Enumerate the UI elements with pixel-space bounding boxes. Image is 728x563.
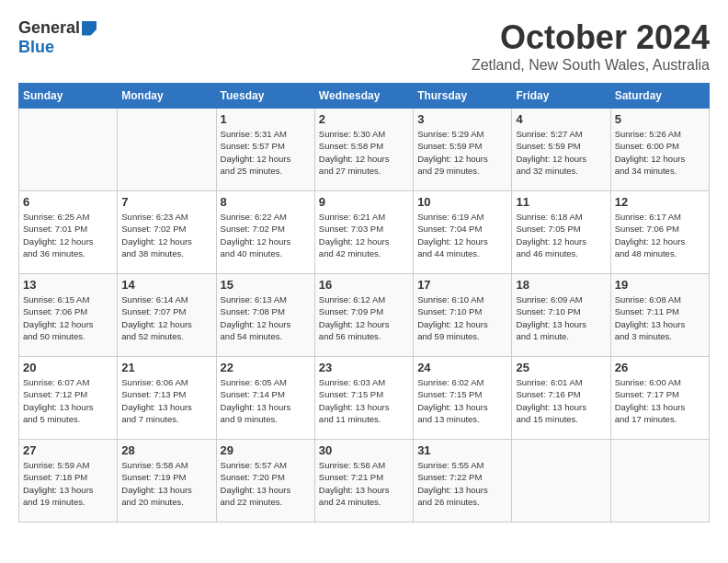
- calendar-cell: 3Sunrise: 5:29 AM Sunset: 5:59 PM Daylig…: [414, 109, 512, 191]
- day-number: 31: [417, 443, 507, 457]
- calendar-cell: 19Sunrise: 6:08 AM Sunset: 7:11 PM Dayli…: [610, 274, 709, 357]
- day-info: Sunrise: 6:09 AM Sunset: 7:10 PM Dayligh…: [516, 294, 586, 341]
- day-info: Sunrise: 6:15 AM Sunset: 7:06 PM Dayligh…: [23, 294, 94, 341]
- day-number: 22: [221, 361, 311, 374]
- header: General Blue October 2024 Zetland, New S…: [18, 18, 710, 74]
- day-number: 8: [221, 195, 311, 209]
- day-info: Sunrise: 5:56 AM Sunset: 7:21 PM Dayligh…: [319, 460, 390, 507]
- day-number: 18: [516, 278, 606, 292]
- day-info: Sunrise: 6:23 AM Sunset: 7:02 PM Dayligh…: [121, 212, 192, 259]
- calendar-cell: 22Sunrise: 6:05 AM Sunset: 7:14 PM Dayli…: [216, 357, 314, 440]
- calendar-cell: 27Sunrise: 5:59 AM Sunset: 7:18 PM Dayli…: [19, 440, 118, 523]
- day-info: Sunrise: 6:17 AM Sunset: 7:06 PM Dayligh…: [615, 212, 686, 259]
- day-number: 14: [121, 278, 211, 292]
- day-number: 15: [221, 278, 311, 292]
- day-number: 2: [319, 112, 409, 126]
- title-section: October 2024 Zetland, New South Wales, A…: [472, 18, 710, 74]
- day-info: Sunrise: 5:55 AM Sunset: 7:22 PM Dayligh…: [417, 460, 488, 507]
- day-number: 5: [615, 112, 705, 126]
- day-info: Sunrise: 5:58 AM Sunset: 7:19 PM Dayligh…: [121, 460, 192, 507]
- calendar-cell: [610, 440, 709, 523]
- day-info: Sunrise: 5:29 AM Sunset: 5:59 PM Dayligh…: [417, 129, 488, 176]
- day-number: 21: [121, 361, 211, 374]
- calendar-cell: 16Sunrise: 6:12 AM Sunset: 7:09 PM Dayli…: [314, 274, 413, 357]
- header-day-sunday: Sunday: [19, 84, 118, 109]
- day-info: Sunrise: 6:01 AM Sunset: 7:16 PM Dayligh…: [516, 377, 586, 424]
- calendar-cell: 5Sunrise: 5:26 AM Sunset: 6:00 PM Daylig…: [610, 109, 709, 191]
- day-number: 25: [516, 361, 606, 374]
- calendar-cell: 23Sunrise: 6:03 AM Sunset: 7:15 PM Dayli…: [314, 357, 413, 440]
- logo-blue-text: Blue: [18, 38, 54, 57]
- calendar-cell: 1Sunrise: 5:31 AM Sunset: 5:57 PM Daylig…: [216, 109, 314, 191]
- calendar-cell: [118, 109, 216, 191]
- header-day-tuesday: Tuesday: [216, 84, 314, 109]
- day-number: 10: [417, 195, 507, 209]
- day-number: 1: [221, 112, 311, 126]
- day-number: 6: [23, 195, 113, 209]
- day-info: Sunrise: 5:59 AM Sunset: 7:18 PM Dayligh…: [23, 460, 94, 507]
- calendar-cell: 29Sunrise: 5:57 AM Sunset: 7:20 PM Dayli…: [216, 440, 314, 523]
- calendar-cell: 21Sunrise: 6:06 AM Sunset: 7:13 PM Dayli…: [118, 357, 216, 440]
- calendar-cell: 30Sunrise: 5:56 AM Sunset: 7:21 PM Dayli…: [314, 440, 413, 523]
- calendar-cell: 14Sunrise: 6:14 AM Sunset: 7:07 PM Dayli…: [118, 274, 216, 357]
- day-number: 23: [319, 361, 409, 374]
- calendar-cell: 12Sunrise: 6:17 AM Sunset: 7:06 PM Dayli…: [610, 191, 709, 274]
- calendar-table: SundayMondayTuesdayWednesdayThursdayFrid…: [18, 83, 710, 523]
- calendar-cell: 26Sunrise: 6:00 AM Sunset: 7:17 PM Dayli…: [610, 357, 709, 440]
- day-info: Sunrise: 6:06 AM Sunset: 7:13 PM Dayligh…: [121, 377, 192, 424]
- week-row-3: 13Sunrise: 6:15 AM Sunset: 7:06 PM Dayli…: [19, 274, 710, 357]
- calendar-cell: [19, 109, 118, 191]
- calendar-cell: 28Sunrise: 5:58 AM Sunset: 7:19 PM Dayli…: [118, 440, 216, 523]
- calendar-cell: [512, 440, 610, 523]
- day-number: 12: [615, 195, 705, 209]
- header-day-wednesday: Wednesday: [314, 84, 413, 109]
- day-info: Sunrise: 5:31 AM Sunset: 5:57 PM Dayligh…: [221, 129, 291, 176]
- day-info: Sunrise: 6:08 AM Sunset: 7:11 PM Dayligh…: [615, 294, 686, 341]
- day-number: 13: [23, 278, 113, 292]
- day-info: Sunrise: 5:30 AM Sunset: 5:58 PM Dayligh…: [319, 129, 390, 176]
- day-info: Sunrise: 6:00 AM Sunset: 7:17 PM Dayligh…: [615, 377, 686, 424]
- day-number: 28: [121, 443, 211, 457]
- calendar-cell: 24Sunrise: 6:02 AM Sunset: 7:15 PM Dayli…: [414, 357, 512, 440]
- header-row: SundayMondayTuesdayWednesdayThursdayFrid…: [19, 84, 710, 109]
- week-row-2: 6Sunrise: 6:25 AM Sunset: 7:01 PM Daylig…: [19, 191, 710, 274]
- day-info: Sunrise: 6:03 AM Sunset: 7:15 PM Dayligh…: [319, 377, 390, 424]
- day-number: 7: [121, 195, 211, 209]
- header-day-thursday: Thursday: [414, 84, 512, 109]
- location-title: Zetland, New South Wales, Australia: [472, 57, 710, 74]
- day-number: 27: [23, 443, 113, 457]
- header-day-friday: Friday: [512, 84, 610, 109]
- calendar-cell: 8Sunrise: 6:22 AM Sunset: 7:02 PM Daylig…: [216, 191, 314, 274]
- month-title: October 2024: [472, 18, 710, 57]
- calendar-cell: 13Sunrise: 6:15 AM Sunset: 7:06 PM Dayli…: [19, 274, 118, 357]
- week-row-1: 1Sunrise: 5:31 AM Sunset: 5:57 PM Daylig…: [19, 109, 710, 191]
- day-info: Sunrise: 6:21 AM Sunset: 7:03 PM Dayligh…: [319, 212, 390, 259]
- calendar-cell: 20Sunrise: 6:07 AM Sunset: 7:12 PM Dayli…: [19, 357, 118, 440]
- calendar-cell: 4Sunrise: 5:27 AM Sunset: 5:59 PM Daylig…: [512, 109, 610, 191]
- day-number: 9: [319, 195, 409, 209]
- logo: General Blue: [18, 18, 97, 57]
- day-info: Sunrise: 6:22 AM Sunset: 7:02 PM Dayligh…: [221, 212, 291, 259]
- logo-general-text: General: [18, 18, 80, 38]
- day-info: Sunrise: 5:27 AM Sunset: 5:59 PM Dayligh…: [516, 129, 586, 176]
- day-info: Sunrise: 6:25 AM Sunset: 7:01 PM Dayligh…: [23, 212, 94, 259]
- day-info: Sunrise: 6:07 AM Sunset: 7:12 PM Dayligh…: [23, 377, 94, 424]
- header-day-saturday: Saturday: [610, 84, 709, 109]
- day-number: 30: [319, 443, 409, 457]
- calendar-cell: 6Sunrise: 6:25 AM Sunset: 7:01 PM Daylig…: [19, 191, 118, 274]
- day-info: Sunrise: 6:05 AM Sunset: 7:14 PM Dayligh…: [221, 377, 291, 424]
- day-number: 24: [417, 361, 507, 374]
- logo-icon: [82, 21, 97, 36]
- day-info: Sunrise: 6:13 AM Sunset: 7:08 PM Dayligh…: [221, 294, 291, 341]
- day-number: 29: [221, 443, 311, 457]
- day-number: 20: [23, 361, 113, 374]
- day-info: Sunrise: 6:02 AM Sunset: 7:15 PM Dayligh…: [417, 377, 488, 424]
- day-info: Sunrise: 6:10 AM Sunset: 7:10 PM Dayligh…: [417, 294, 488, 341]
- calendar-cell: 18Sunrise: 6:09 AM Sunset: 7:10 PM Dayli…: [512, 274, 610, 357]
- day-info: Sunrise: 5:57 AM Sunset: 7:20 PM Dayligh…: [221, 460, 291, 507]
- calendar-cell: 15Sunrise: 6:13 AM Sunset: 7:08 PM Dayli…: [216, 274, 314, 357]
- calendar-cell: 10Sunrise: 6:19 AM Sunset: 7:04 PM Dayli…: [414, 191, 512, 274]
- week-row-4: 20Sunrise: 6:07 AM Sunset: 7:12 PM Dayli…: [19, 357, 710, 440]
- day-info: Sunrise: 6:19 AM Sunset: 7:04 PM Dayligh…: [417, 212, 488, 259]
- day-info: Sunrise: 6:18 AM Sunset: 7:05 PM Dayligh…: [516, 212, 586, 259]
